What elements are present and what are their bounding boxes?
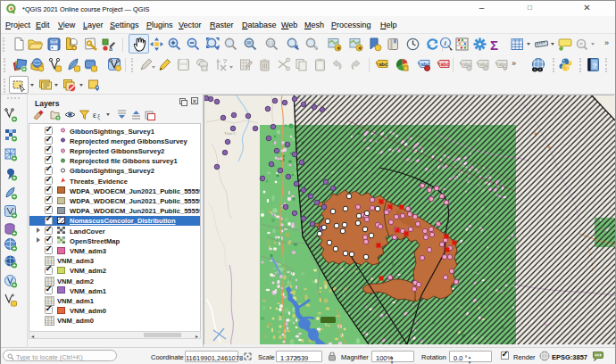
svg-text:ε: ε bbox=[93, 111, 96, 120]
svg-text:1:1: 1:1 bbox=[268, 41, 274, 46]
svg-text:abc: abc bbox=[379, 62, 387, 67]
svg-text:a: a bbox=[109, 46, 112, 52]
svg-text:Σ: Σ bbox=[490, 37, 498, 53]
svg-text:abc: abc bbox=[480, 62, 488, 67]
svg-text:Thon C: Thon C bbox=[224, 131, 236, 136]
svg-text:?: ? bbox=[593, 62, 597, 70]
svg-text:✱: ✱ bbox=[337, 46, 341, 51]
svg-text:abc: abc bbox=[441, 62, 449, 67]
svg-text:✱: ✱ bbox=[358, 46, 362, 51]
svg-text:ξ: ξ bbox=[97, 113, 100, 120]
